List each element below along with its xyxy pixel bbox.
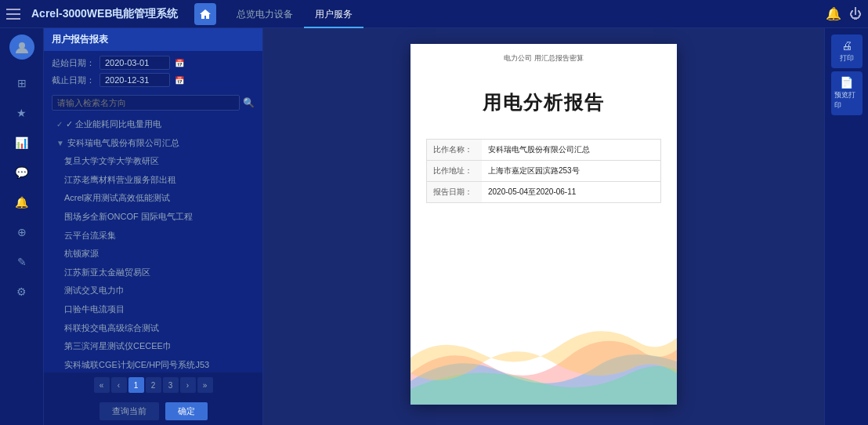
reset-button[interactable]: 查询当前	[99, 402, 159, 420]
pagination: « ‹ 1 2 3 › »	[44, 372, 262, 398]
tree-item-8[interactable]: 江苏新亚太金融贸易区	[44, 263, 262, 282]
sidebar-icon-layers[interactable]: ⊕	[9, 220, 34, 245]
panel-header: 用户报告报表	[44, 28, 262, 51]
search-row: 🔍	[44, 92, 262, 114]
doc-label-0: 比作名称：	[427, 140, 482, 160]
doc-value-0: 安科瑞电气股份有限公司汇总	[482, 140, 660, 160]
start-date-calendar-icon[interactable]: 📅	[175, 59, 184, 67]
topbar-right: 🔔 ⏻	[826, 6, 862, 21]
tree-item-5[interactable]: 围场乡全新ONCOF 国际电气工程	[44, 208, 262, 227]
power-icon[interactable]: ⏻	[849, 7, 862, 21]
nav-item-overview[interactable]: 总览电力设备	[226, 0, 304, 28]
sidebar-icon-chat[interactable]: 💬	[9, 160, 34, 185]
left-panel: 用户报告报表 起始日期： 📅 截止日期： 📅 🔍 ✓✓ 企业能耗同比电量用电 ▼…	[44, 28, 263, 425]
sidebar-icon-edit[interactable]: ✎	[9, 249, 34, 274]
doc-label-2: 报告日期：	[427, 182, 482, 202]
start-date-row: 起始日期： 📅	[52, 56, 255, 70]
menu-toggle[interactable]	[6, 5, 25, 24]
tree-item-12[interactable]: 第三滨河星测试仪CECEE巾	[44, 337, 262, 356]
start-date-label: 起始日期：	[52, 57, 95, 69]
page-next-button[interactable]: ›	[180, 377, 196, 393]
sidebar-icon-chart[interactable]: 📊	[9, 130, 34, 155]
document-preview: 电力公司 用汇总报告密算 用电分析报告 比作名称： 安科瑞电气股份有限公司汇总 …	[410, 44, 677, 405]
print-preview-label: 预览打印	[834, 90, 859, 111]
doc-wave-decoration	[410, 311, 677, 405]
page-1-button[interactable]: 1	[128, 377, 144, 393]
print-preview-icon: 📄	[840, 76, 853, 89]
print-preview-button[interactable]: 📄 预览打印	[831, 71, 863, 115]
panel-actions: 查询当前 确定	[44, 398, 262, 425]
end-date-calendar-icon[interactable]: 📅	[175, 76, 184, 85]
avatar	[9, 35, 34, 60]
tree-item-2[interactable]: 复旦大学文学大学教研区	[44, 152, 262, 171]
confirm-button[interactable]: 确定	[165, 402, 208, 420]
doc-table-row-0: 比作名称： 安科瑞电气股份有限公司汇总	[427, 140, 660, 161]
doc-value-1: 上海市嘉定区园滨路253号	[482, 161, 660, 181]
doc-info-table: 比作名称： 安科瑞电气股份有限公司汇总 比作地址： 上海市嘉定区园滨路253号 …	[426, 139, 661, 203]
panel-dates: 起始日期： 📅 截止日期： 📅	[44, 51, 262, 92]
main-layout: ⊞ ★ 📊 💬 🔔 ⊕ ✎ ⚙ 用户报告报表 起始日期： 📅 截止日期： 📅 🔍	[0, 28, 868, 425]
tree-item-10[interactable]: 口验牛电流项目	[44, 300, 262, 319]
svg-point-0	[19, 42, 25, 49]
page-prev-button[interactable]: ‹	[111, 377, 127, 393]
tree-item-9[interactable]: 测试交叉电力巾	[44, 282, 262, 300]
print-label: 打印	[840, 53, 854, 64]
search-input[interactable]	[52, 95, 240, 111]
doc-top-text: 电力公司 用汇总报告密算	[410, 44, 677, 67]
topbar: Acrel-3000WEB电能管理系统 总览电力设备 用户服务 🔔 ⏻	[0, 0, 868, 28]
tree-item-6[interactable]: 云平台流采集	[44, 227, 262, 245]
alert-icon[interactable]: 🔔	[826, 6, 841, 21]
app-title: Acrel-3000WEB电能管理系统	[31, 7, 179, 21]
sidebar-icon-bell[interactable]: 🔔	[9, 190, 34, 215]
start-date-input[interactable]	[99, 56, 170, 70]
search-icon[interactable]: 🔍	[243, 97, 255, 108]
page-3-button[interactable]: 3	[163, 377, 179, 393]
content-area: 电力公司 用汇总报告密算 用电分析报告 比作名称： 安科瑞电气股份有限公司汇总 …	[263, 28, 824, 425]
tree-item-11[interactable]: 科联投交电高级综合测试	[44, 319, 262, 338]
right-toolbar: 🖨 打印 📄 预览打印	[824, 28, 868, 425]
tree-item-7[interactable]: 杭顿家源	[44, 245, 262, 263]
top-nav: 总览电力设备 用户服务	[226, 0, 826, 28]
left-sidebar: ⊞ ★ 📊 💬 🔔 ⊕ ✎ ⚙	[0, 28, 44, 425]
tree-list: ✓✓ 企业能耗同比电量用电 ▼安科瑞电气股份有限公司汇总 复旦大学文学大学教研区…	[44, 114, 262, 372]
doc-label-1: 比作地址：	[427, 161, 482, 181]
nav-item-user-service[interactable]: 用户服务	[304, 0, 363, 28]
end-date-label: 截止日期：	[52, 74, 95, 86]
page-2-button[interactable]: 2	[146, 377, 161, 393]
sidebar-icon-star[interactable]: ★	[9, 100, 34, 125]
doc-title: 用电分析报告	[410, 67, 677, 131]
end-date-input[interactable]	[99, 73, 170, 87]
sidebar-icon-settings[interactable]: ⚙	[9, 279, 34, 304]
tree-item-13[interactable]: 实科城联CGE计划CE/HP同号系统J53	[44, 356, 262, 372]
doc-table-row-2: 报告日期： 2020-05-04至2020-06-11	[427, 182, 660, 202]
print-icon: 🖨	[841, 39, 852, 52]
tree-item-0[interactable]: ✓✓ 企业能耗同比电量用电	[44, 115, 262, 134]
tree-item-3[interactable]: 江苏老鹰材料营业服务部出租	[44, 171, 262, 190]
home-button[interactable]	[194, 3, 216, 25]
end-date-row: 截止日期： 📅	[52, 73, 255, 87]
doc-table-row-1: 比作地址： 上海市嘉定区园滨路253号	[427, 161, 660, 182]
page-first-button[interactable]: «	[94, 377, 110, 393]
doc-value-2: 2020-05-04至2020-06-11	[482, 182, 660, 202]
tree-item-4[interactable]: Acrel家用测试高效低能测试	[44, 189, 262, 208]
sidebar-icon-home[interactable]: ⊞	[9, 71, 34, 96]
tree-item-1[interactable]: ▼安科瑞电气股份有限公司汇总	[44, 134, 262, 153]
page-last-button[interactable]: »	[197, 377, 213, 393]
print-button[interactable]: 🖨 打印	[831, 35, 863, 68]
